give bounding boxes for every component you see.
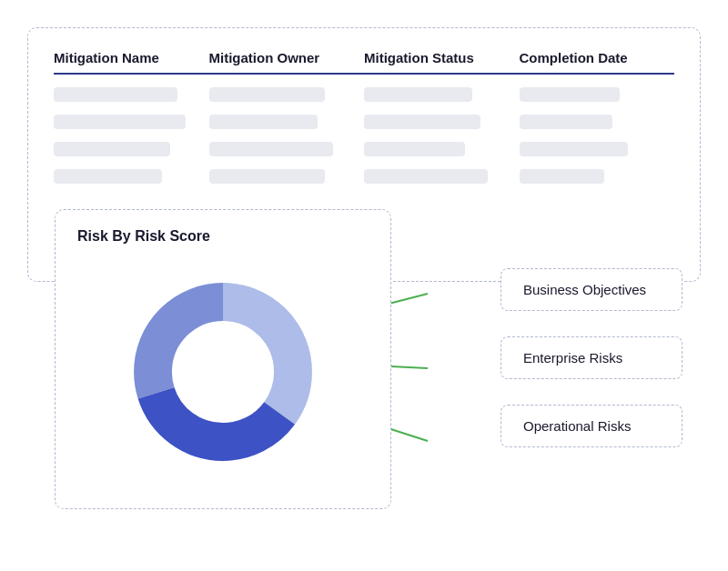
cell-placeholder bbox=[54, 169, 162, 184]
label-enterprise-risks: Enterprise Risks bbox=[500, 336, 682, 379]
cell-placeholder bbox=[520, 87, 621, 102]
label-operational-risks: Operational Risks bbox=[500, 405, 682, 447]
main-container: Mitigation Name Mitigation Owner Mitigat… bbox=[0, 0, 728, 571]
cell-placeholder bbox=[54, 87, 177, 102]
labels-column: Business Objectives Enterprise Risks Ope… bbox=[500, 268, 682, 447]
cell-placeholder bbox=[520, 169, 605, 184]
col-header-owner: Mitigation Owner bbox=[209, 50, 365, 75]
cell-placeholder bbox=[209, 169, 326, 184]
table-rows bbox=[54, 87, 674, 184]
table-header-row: Mitigation Name Mitigation Owner Mitigat… bbox=[54, 50, 674, 75]
col-header-status: Mitigation Status bbox=[364, 50, 520, 75]
label-business-objectives: Business Objectives bbox=[500, 268, 682, 311]
cell-placeholder bbox=[209, 115, 318, 129]
table-row bbox=[54, 169, 674, 184]
cell-placeholder bbox=[520, 142, 628, 156]
col-header-date: Completion Date bbox=[520, 50, 675, 75]
chart-title: Risk By Risk Score bbox=[77, 228, 369, 245]
cell-placeholder bbox=[54, 115, 186, 129]
table-row bbox=[54, 142, 674, 156]
table-row bbox=[54, 115, 674, 129]
cell-placeholder bbox=[364, 115, 480, 129]
cell-placeholder bbox=[364, 142, 465, 156]
chart-card: Risk By Risk Score bbox=[55, 209, 391, 509]
col-header-name: Mitigation Name bbox=[54, 50, 209, 75]
cell-placeholder bbox=[520, 115, 612, 129]
cell-placeholder bbox=[209, 142, 333, 156]
cell-placeholder bbox=[364, 169, 488, 184]
cell-placeholder bbox=[364, 87, 472, 102]
cell-placeholder bbox=[209, 87, 326, 102]
donut-chart-container bbox=[77, 263, 369, 481]
table-row bbox=[54, 87, 674, 102]
svg-point-4 bbox=[175, 324, 271, 420]
donut-chart bbox=[123, 272, 323, 472]
cell-placeholder bbox=[54, 142, 170, 156]
